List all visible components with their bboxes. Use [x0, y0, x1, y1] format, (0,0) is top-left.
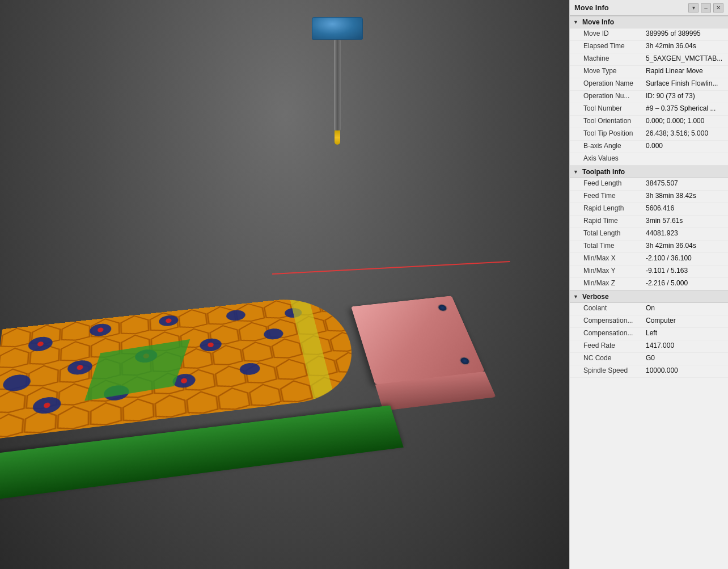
- property-label: NC Code: [583, 354, 646, 362]
- property-value: On: [646, 304, 723, 312]
- tool-shaft: [334, 40, 341, 130]
- property-value: Rapid Linear Move: [646, 67, 723, 75]
- panel-title: Move Info: [574, 3, 609, 12]
- section-title: Move Info: [582, 18, 614, 26]
- property-label: Elapsed Time: [583, 42, 646, 50]
- property-row: Min/Max Z -2.216 / 5.000: [570, 278, 728, 290]
- property-value: 38475.507: [646, 179, 723, 187]
- property-label: Min/Max Y: [583, 267, 646, 275]
- 3d-viewport: [0, 0, 569, 569]
- right-panel: Move Info ▾ – ✕ ▼ Move Info Move ID 3899…: [569, 0, 728, 569]
- property-row: Tool Tip Position 26.438; 3.516; 5.000: [570, 128, 728, 141]
- property-value: 3min 57.61s: [646, 217, 723, 225]
- property-row: Operation Name Surface Finish Flowlin...: [570, 78, 728, 91]
- property-value: Left: [646, 329, 723, 337]
- property-value: -2.216 / 5.000: [646, 279, 723, 287]
- property-label: Compensation...: [583, 317, 646, 324]
- property-value: 10000.000: [646, 366, 723, 374]
- panel-controls: ▾ – ✕: [688, 3, 723, 12]
- property-row: Min/Max Y -9.101 / 5.163: [570, 265, 728, 278]
- property-value: 0.000; 0.000; 1.000: [646, 117, 723, 125]
- property-row: Total Length 44081.923: [570, 228, 728, 241]
- property-row: Machine 5_5AXGEN_VMCTTAB...: [570, 53, 728, 66]
- property-label: Feed Time: [583, 192, 646, 200]
- property-row: Feed Rate 1417.000: [570, 340, 728, 353]
- section-header-toolpath-info[interactable]: ▼ Toolpath Info: [570, 166, 728, 178]
- property-label: Machine: [583, 54, 646, 62]
- property-label: B-axis Angle: [583, 142, 646, 150]
- property-label: Coolant: [583, 304, 646, 312]
- property-row: Operation Nu... ID: 90 (73 of 73): [570, 91, 728, 103]
- fixture-hole: [437, 304, 448, 311]
- panel-titlebar: Move Info ▾ – ✕: [570, 0, 728, 16]
- property-label: Compensation...: [583, 329, 646, 337]
- property-row: Tool Orientation 0.000; 0.000; 1.000: [570, 116, 728, 128]
- tool-tip: [335, 130, 340, 145]
- property-label: Total Length: [583, 229, 646, 237]
- tool-head: [312, 17, 363, 40]
- property-value: 3h 42min 36.04s: [646, 242, 723, 250]
- property-row: Rapid Time 3min 57.61s: [570, 216, 728, 228]
- property-value: Computer: [646, 317, 723, 324]
- property-label: Feed Rate: [583, 342, 646, 349]
- sections-container: ▼ Move Info Move ID 389995 of 389995 Ela…: [570, 16, 728, 378]
- property-value: #9 – 0.375 Spherical ...: [646, 104, 723, 112]
- property-label: Rapid Time: [583, 217, 646, 225]
- property-row: Feed Length 38475.507: [570, 178, 728, 191]
- property-label: Move Type: [583, 67, 646, 75]
- property-label: Min/Max Z: [583, 279, 646, 287]
- tool-assembly: [312, 17, 363, 145]
- section-title: Toolpath Info: [582, 168, 625, 176]
- section-title: Verbose: [582, 293, 609, 301]
- property-value: 3h 38min 38.42s: [646, 192, 723, 200]
- property-value: -2.100 / 36.100: [646, 254, 723, 262]
- property-value: G0: [646, 354, 723, 362]
- property-row: Elapsed Time 3h 42min 36.04s: [570, 41, 728, 53]
- property-value: 3h 42min 36.04s: [646, 42, 723, 50]
- property-value: 5_5AXGEN_VMCTTAB...: [646, 54, 723, 62]
- property-value: 5606.416: [646, 204, 723, 212]
- property-value: 389995 of 389995: [646, 29, 723, 37]
- property-row: Coolant On: [570, 303, 728, 315]
- section-collapse-icon: ▼: [573, 293, 580, 300]
- fixture-plate: [351, 296, 485, 384]
- property-label: Feed Length: [583, 179, 646, 187]
- property-row: B-axis Angle 0.000: [570, 141, 728, 153]
- property-row: Compensation... Left: [570, 328, 728, 340]
- property-value: 1417.000: [646, 342, 723, 349]
- property-row: Move ID 389995 of 389995: [570, 28, 728, 41]
- panel-minimize-button[interactable]: –: [701, 3, 711, 12]
- section-header-move-info[interactable]: ▼ Move Info: [570, 16, 728, 28]
- property-value: 26.438; 3.516; 5.000: [646, 129, 723, 137]
- property-value: Surface Finish Flowlin...: [646, 79, 723, 87]
- section-collapse-icon: ▼: [573, 19, 580, 26]
- property-row: Axis Values: [570, 153, 728, 166]
- part-assembly: [0, 281, 522, 504]
- property-value: ID: 90 (73 of 73): [646, 92, 723, 100]
- property-value: -9.101 / 5.163: [646, 267, 723, 275]
- panel-pin-button[interactable]: ▾: [688, 3, 699, 12]
- property-row: Spindle Speed 10000.000: [570, 365, 728, 378]
- panel-close-button[interactable]: ✕: [713, 3, 723, 12]
- property-label: Spindle Speed: [583, 366, 646, 374]
- property-label: Rapid Length: [583, 204, 646, 212]
- axis-line: [272, 261, 510, 275]
- property-row: Rapid Length 5606.416: [570, 203, 728, 216]
- fixture-hole: [458, 356, 471, 365]
- property-label: Tool Orientation: [583, 117, 646, 125]
- property-label: Tool Tip Position: [583, 129, 646, 137]
- property-label: Move ID: [583, 29, 646, 37]
- property-value: 0.000: [646, 142, 723, 150]
- property-label: Min/Max X: [583, 254, 646, 262]
- property-row: Min/Max X -2.100 / 36.100: [570, 253, 728, 265]
- property-label: Total Time: [583, 242, 646, 250]
- section-collapse-icon: ▼: [573, 168, 580, 175]
- property-row: NC Code G0: [570, 353, 728, 365]
- property-row: Total Time 3h 42min 36.04s: [570, 241, 728, 253]
- property-row: Move Type Rapid Linear Move: [570, 66, 728, 78]
- property-row: Compensation... Computer: [570, 315, 728, 328]
- property-row: Tool Number #9 – 0.375 Spherical ...: [570, 103, 728, 116]
- property-label: Operation Nu...: [583, 92, 646, 100]
- property-label: Tool Number: [583, 104, 646, 112]
- section-header-verbose[interactable]: ▼ Verbose: [570, 290, 728, 303]
